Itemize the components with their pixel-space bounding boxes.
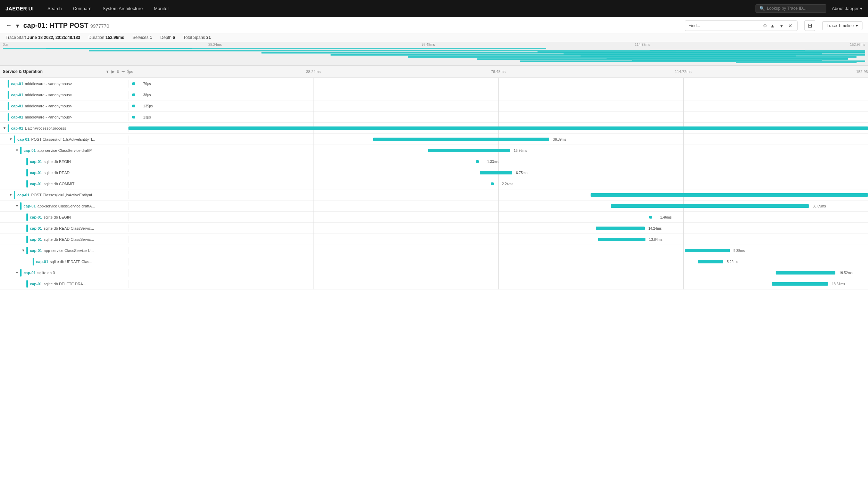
sort-down-all-icon[interactable]: ⇓ (116, 69, 120, 75)
table-row[interactable]: cap-01middleware - <anonymous>13μs (0, 112, 868, 123)
expand-collapse-button[interactable]: ▼ (15, 270, 19, 275)
expand-collapse-button[interactable]: ▼ (15, 204, 19, 208)
depth: Depth 6 (160, 35, 175, 40)
table-row[interactable]: cap-01middleware - <anonymous>135μs (0, 100, 868, 112)
span-timeline-col: 135μs (128, 100, 868, 112)
settings-icon[interactable]: ⚙ (763, 23, 767, 28)
service-name: cap-01 (11, 115, 23, 119)
trace-header: ← ▾ cap-01: HTTP POST 9977770 ⚙ ▲ ▼ ✕ ⊞ … (0, 17, 868, 33)
timeline-divider (683, 178, 684, 189)
table-row[interactable]: cap-01sqlite db BEGIN1.46ms (0, 212, 868, 223)
table-row[interactable]: ▼cap-01sqlite db 019.52ms (0, 267, 868, 278)
minimap-canvas (3, 48, 865, 65)
find-close-button[interactable]: ✕ (787, 22, 794, 29)
table-row[interactable]: cap-01sqlite db UPDATE Clas...5.22ms (0, 256, 868, 267)
timeline-divider (498, 256, 499, 267)
sort-right-all-icon[interactable]: ⇒ (121, 69, 125, 75)
timeline-divider (683, 223, 684, 234)
operation-name: app-service ClassService draftA... (37, 204, 95, 208)
trace-id-input[interactable] (767, 6, 823, 11)
find-box[interactable]: ⚙ ▲ ▼ ✕ (685, 21, 798, 31)
nav-link-monitor[interactable]: Monitor (148, 0, 174, 17)
expand-collapse-button[interactable]: ▼ (21, 248, 26, 253)
table-row[interactable]: cap-01sqlite db READ6.75ms (0, 167, 868, 178)
table-row[interactable]: cap-01sqlite db DELETE DRA...18.61ms (0, 278, 868, 289)
trace-expand-icon[interactable]: ▾ (16, 22, 19, 30)
timeline-divider (498, 267, 499, 278)
operation-name: app-service ClassService draftP... (37, 148, 94, 153)
nav-link-search[interactable]: Search (42, 0, 67, 17)
timeline-divider (683, 156, 684, 167)
table-row[interactable]: cap-01sqlite db BEGIN1.33ms (0, 156, 868, 167)
timeline-divider (314, 112, 314, 123)
service-color-bar (26, 247, 28, 254)
span-service-col: cap-01sqlite db BEGIN (0, 213, 128, 221)
table-row[interactable]: cap-01sqlite db READ ClassServic...13.84… (0, 234, 868, 245)
timeline-divider (314, 89, 314, 100)
expand-collapse-button[interactable]: ▼ (8, 193, 13, 197)
nav-link-system-arch[interactable]: System Architecture (97, 0, 149, 17)
service-color-bar (8, 113, 9, 121)
find-down-button[interactable]: ▼ (778, 22, 785, 29)
service-color-bar (26, 180, 28, 188)
table-row[interactable]: cap-01middleware - <anonymous>79μs (0, 78, 868, 89)
rows-container: cap-01middleware - <anonymous>79μscap-01… (0, 78, 868, 289)
timeline-divider (683, 89, 684, 100)
table-row[interactable]: cap-01sqlite db COMMIT2.24ms (0, 178, 868, 189)
span-dot (132, 93, 135, 96)
expand-collapse-button[interactable]: ▼ (2, 126, 7, 131)
timeline-divider (314, 200, 314, 212)
table-row[interactable]: ▼cap-01BatchProcessor.process135.4ms (0, 123, 868, 134)
span-bar (776, 271, 836, 275)
timeline-divider (683, 278, 684, 289)
nav-logo[interactable]: JAEGER UI (6, 6, 34, 11)
table-row[interactable]: ▼cap-01POST Classes(id=1,IsActiveEntity=… (0, 134, 868, 145)
graph-icon-button[interactable]: ⊞ (804, 20, 815, 31)
span-bar (598, 238, 645, 241)
operation-name: middleware - <anonymous> (25, 104, 72, 108)
duration: Duration 152.96ms (89, 35, 124, 40)
find-input[interactable] (688, 23, 758, 28)
chevron-down-icon: ▾ (860, 6, 862, 11)
span-service-col: ▼cap-01app-service ClassService draftP..… (0, 147, 128, 154)
services: Services 1 (133, 35, 152, 40)
span-service-col: cap-01sqlite db READ (0, 169, 128, 177)
timeline-divider (498, 278, 499, 289)
table-row[interactable]: ▼cap-01POST Classes(id=1,IsActiveEntity=… (0, 189, 868, 200)
table-row[interactable]: ▼cap-01app-service ClassService draftP..… (0, 145, 868, 156)
service-color-bar (8, 102, 9, 110)
sort-right-icon[interactable]: ▶ (111, 69, 115, 75)
nav-link-compare[interactable]: Compare (67, 0, 97, 17)
trace-view-dropdown[interactable]: Trace Timeline ▾ (822, 21, 862, 30)
back-button[interactable]: ← (6, 22, 12, 29)
sort-down-icon[interactable]: ▼ (105, 69, 110, 75)
timeline-divider (314, 234, 314, 245)
trace-id-search-box[interactable]: 🔍 (756, 4, 826, 13)
span-duration-label: 5.22ms (727, 260, 738, 263)
service-color-bar (8, 124, 9, 132)
service-name: cap-01 (36, 260, 48, 264)
find-up-button[interactable]: ▲ (769, 22, 776, 29)
minimap[interactable]: 0μs 38.24ms 76.48ms 114.72ms 152.96ms (0, 42, 868, 66)
span-service-col: ▼cap-01POST Classes(id=1,IsActiveEntity=… (0, 136, 128, 143)
table-row[interactable]: cap-01middleware - <anonymous>38μs (0, 89, 868, 100)
service-name: cap-01 (24, 148, 36, 153)
table-row[interactable]: ▼cap-01app-service ClassService U...9.38… (0, 245, 868, 256)
service-color-bar (26, 169, 28, 177)
span-timeline-col: 135.4ms (128, 123, 868, 134)
service-name: cap-01 (11, 82, 23, 86)
table-row[interactable]: cap-01sqlite db READ ClassServic...14.24… (0, 223, 868, 234)
nav-about[interactable]: About Jaeger ▾ (832, 6, 862, 11)
span-service-col: cap-01middleware - <anonymous> (0, 113, 128, 121)
span-service-col: cap-01sqlite db READ ClassServic... (0, 236, 128, 243)
expand-collapse-button[interactable]: ▼ (8, 137, 13, 142)
span-duration-label: 135μs (143, 104, 153, 108)
span-timeline-col: 5.22ms (128, 256, 868, 267)
expand-collapse-button[interactable]: ▼ (15, 148, 19, 153)
table-row[interactable]: ▼cap-01app-service ClassService draftA..… (0, 200, 868, 212)
timeline-divider (498, 189, 499, 200)
timeline-divider (314, 212, 314, 223)
minimap-label-3: 114.72ms (635, 43, 650, 47)
span-timeline-col: 18.61ms (128, 278, 868, 289)
span-duration-label: 1.46ms (660, 215, 671, 219)
